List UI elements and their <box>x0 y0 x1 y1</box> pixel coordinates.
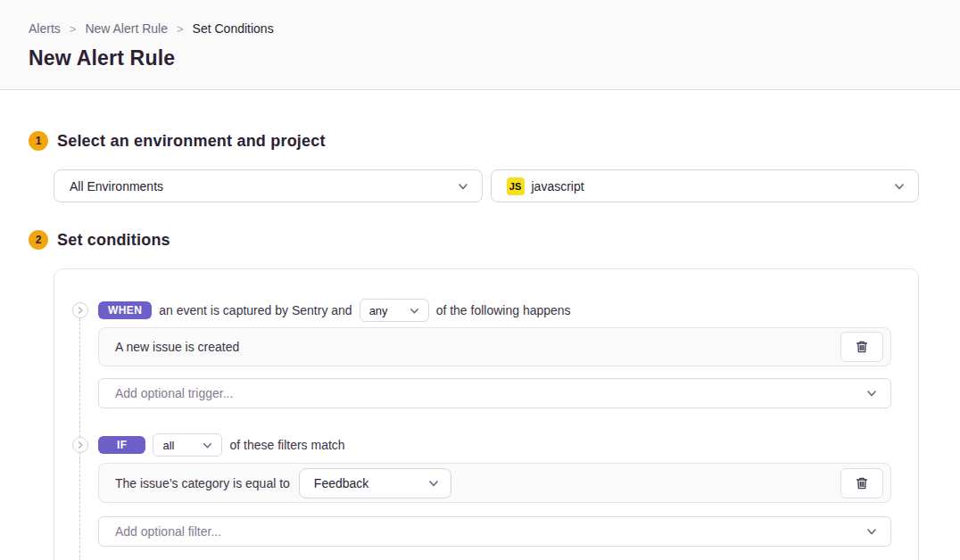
delete-trigger-button[interactable] <box>840 332 883 362</box>
if-content: IF all of these filters match The issue’… <box>98 435 891 547</box>
when-badge: WHEN <box>98 301 152 319</box>
when-condition-group: WHEN an event is captured by Sentry and … <box>72 301 891 408</box>
add-trigger-placeholder: Add optional trigger... <box>115 386 865 400</box>
chevron-down-icon <box>457 180 469 193</box>
step-1-number-badge: 1 <box>29 131 48 151</box>
if-sentence: IF all of these filters match <box>98 435 891 455</box>
when-match-select[interactable]: any <box>360 299 429 322</box>
main-content: 1 Select an environment and project All … <box>0 90 960 560</box>
chevron-down-icon <box>893 180 906 193</box>
breadcrumb-new-alert-rule[interactable]: New Alert Rule <box>85 21 168 36</box>
filter-row: The issue’s category is equal to Feedbac… <box>98 463 891 503</box>
filter-label: The issue’s category is equal to <box>115 476 290 490</box>
breadcrumb: Alerts > New Alert Rule > Set Conditions <box>29 21 931 36</box>
if-text-after: of these filters match <box>229 438 344 452</box>
breadcrumb-alerts[interactable]: Alerts <box>29 21 61 36</box>
project-select[interactable]: JS javascript <box>491 169 920 202</box>
filter-value: Feedback <box>314 476 427 490</box>
step-2-title: Set conditions <box>57 231 170 250</box>
environment-project-row: All Environments JS javascript <box>54 169 919 202</box>
page-header: Alerts > New Alert Rule > Set Conditions… <box>0 0 960 90</box>
when-text-after: of the following happens <box>436 303 571 317</box>
add-filter-placeholder: Add optional filter... <box>115 524 865 539</box>
breadcrumb-set-conditions: Set Conditions <box>193 21 274 36</box>
chevron-down-icon <box>202 440 213 451</box>
trash-icon <box>855 340 869 354</box>
if-badge: IF <box>98 436 145 454</box>
drag-handle-icon[interactable] <box>72 302 88 318</box>
trash-icon <box>855 476 869 490</box>
delete-filter-button[interactable] <box>840 468 883 498</box>
add-optional-filter-select[interactable]: Add optional filter... <box>98 516 891 547</box>
add-optional-trigger-select[interactable]: Add optional trigger... <box>98 378 891 408</box>
when-text-before: an event is captured by Sentry and <box>159 303 352 317</box>
when-content: WHEN an event is captured by Sentry and … <box>98 301 891 408</box>
environment-select[interactable]: All Environments <box>54 169 483 202</box>
chevron-down-icon <box>865 525 878 538</box>
if-match-value: all <box>162 439 189 452</box>
javascript-platform-icon: JS <box>507 177 525 195</box>
step-2-heading: 2 Set conditions <box>29 230 919 250</box>
if-rail <box>72 435 88 547</box>
filter-value-select[interactable]: Feedback <box>299 468 451 498</box>
trigger-label: A new issue is created <box>115 340 840 354</box>
breadcrumb-separator: > <box>177 22 184 36</box>
trigger-row: A new issue is created <box>98 327 891 366</box>
chevron-down-icon <box>865 387 878 399</box>
when-rail <box>72 301 88 408</box>
if-match-select[interactable]: all <box>153 433 222 457</box>
page-title: New Alert Rule <box>29 46 931 70</box>
chevron-down-icon <box>427 477 440 490</box>
conditions-card: WHEN an event is captured by Sentry and … <box>54 268 919 560</box>
environment-select-value: All Environments <box>70 179 457 194</box>
step-1-heading: 1 Select an environment and project <box>29 131 919 151</box>
when-sentence: WHEN an event is captured by Sentry and … <box>98 301 891 320</box>
breadcrumb-separator: > <box>70 22 77 36</box>
if-condition-group: IF all of these filters match The issue’… <box>72 435 891 547</box>
project-select-value: javascript <box>532 179 894 194</box>
drag-handle-icon[interactable] <box>72 437 88 453</box>
step-1-title: Select an environment and project <box>57 132 326 151</box>
chevron-down-icon <box>409 305 420 317</box>
when-match-value: any <box>369 304 396 317</box>
step-2-number-badge: 2 <box>29 230 48 250</box>
